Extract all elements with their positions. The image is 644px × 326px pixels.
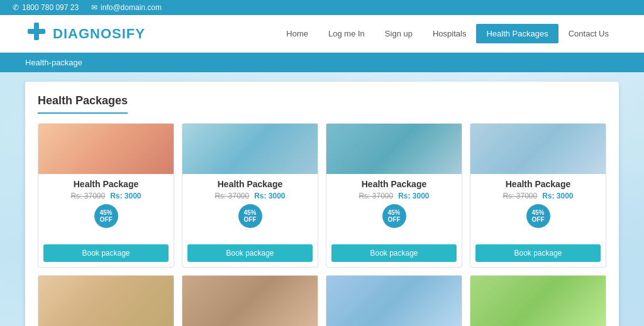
nav-hospitals[interactable]: Hospitals: [423, 24, 476, 43]
nav-home[interactable]: Home: [276, 24, 318, 43]
top-bar: ✆ 1800 780 097 23 ✉ info@domain.com: [0, 0, 644, 15]
email-info: ✉ info@domain.com: [91, 3, 162, 12]
content-card: Health Packages Health Package Rs: 37000…: [25, 82, 619, 326]
book-package-button[interactable]: Book package: [43, 244, 169, 262]
discount-percent: 45%: [243, 209, 256, 216]
logo-text: DIAGNOSIFY: [53, 26, 145, 42]
package-card: Health Package Rs: 37000 Rs: 3000 45% OF…: [182, 123, 318, 268]
email-address: info@domain.com: [101, 3, 162, 12]
nav-signup[interactable]: Sign up: [375, 24, 423, 43]
header: DIAGNOSIFY Home Log me In Sign up Hospit…: [0, 15, 644, 53]
discount-off: OFF: [388, 216, 401, 223]
package-name: Health Package: [470, 179, 606, 189]
package-name: Health Package: [182, 179, 318, 189]
discount-container: 45% OFF: [182, 204, 318, 218]
package-card: Health Package Rs: 37000 Rs: 3000 45% OF…: [182, 275, 318, 326]
phone-number: 1800 780 097 23: [22, 3, 79, 12]
price-original: Rs: 37000: [70, 192, 105, 200]
phone-icon: ✆: [13, 3, 19, 12]
main-wrapper: Health Packages Health Package Rs: 37000…: [0, 72, 644, 326]
discount-off: OFF: [532, 216, 545, 223]
book-package-button[interactable]: Book package: [331, 244, 457, 262]
package-card: Health Package Rs: 37000 Rs: 3000 45% OF…: [326, 275, 462, 326]
package-image: [470, 276, 606, 326]
package-image: [182, 124, 318, 174]
discount-badge: 45% OFF: [382, 204, 406, 228]
price-discounted: Rs: 3000: [110, 192, 141, 200]
discount-badge: 45% OFF: [94, 204, 118, 228]
price-original: Rs: 37000: [502, 192, 537, 200]
price-discounted: Rs: 3000: [398, 192, 429, 200]
discount-container: 45% OFF: [470, 204, 606, 218]
book-package-button[interactable]: Book package: [187, 244, 313, 262]
package-image: [326, 276, 462, 326]
package-image: [182, 276, 318, 326]
package-pricing: Rs: 37000 Rs: 3000: [470, 192, 606, 200]
svg-rect-1: [28, 29, 45, 34]
main-nav: Home Log me In Sign up Hospitals Health …: [276, 24, 619, 43]
nav-login[interactable]: Log me In: [318, 24, 375, 43]
price-discounted: Rs: 3000: [542, 192, 573, 200]
discount-container: 45% OFF: [38, 204, 174, 218]
section-title: Health Packages: [38, 94, 128, 114]
package-pricing: Rs: 37000 Rs: 3000: [182, 192, 318, 200]
nav-contact[interactable]: Contact Us: [558, 24, 619, 43]
discount-off: OFF: [244, 216, 257, 223]
package-name: Health Package: [326, 179, 462, 189]
package-card: Health Package Rs: 37000 Rs: 3000 45% OF…: [470, 275, 606, 326]
discount-container: 45% OFF: [326, 204, 462, 218]
discount-percent: 45%: [99, 209, 112, 216]
package-card: Health Package Rs: 37000 Rs: 3000 45% OF…: [470, 123, 606, 268]
package-image: [326, 124, 462, 174]
discount-badge: 45% OFF: [526, 204, 550, 228]
package-image: [38, 124, 174, 174]
package-image: [470, 124, 606, 174]
breadcrumb-text: Health-package: [25, 58, 82, 67]
package-name: Health Package: [38, 179, 174, 189]
book-package-button[interactable]: Book package: [475, 244, 601, 262]
package-card: Health Package Rs: 37000 Rs: 3000 45% OF…: [38, 275, 174, 326]
package-card: Health Package Rs: 37000 Rs: 3000 45% OF…: [326, 123, 462, 268]
phone-info: ✆ 1800 780 097 23: [13, 3, 79, 12]
discount-percent: 45%: [531, 209, 544, 216]
price-original: Rs: 37000: [214, 192, 249, 200]
discount-percent: 45%: [387, 209, 400, 216]
nav-health-packages[interactable]: Health Packages: [476, 24, 558, 43]
package-pricing: Rs: 37000 Rs: 3000: [326, 192, 462, 200]
package-card: Health Package Rs: 37000 Rs: 3000 45% OF…: [38, 123, 174, 268]
logo: DIAGNOSIFY: [25, 20, 145, 47]
discount-badge: 45% OFF: [238, 204, 262, 228]
packages-grid: Health Package Rs: 37000 Rs: 3000 45% OF…: [38, 123, 606, 326]
package-pricing: Rs: 37000 Rs: 3000: [38, 192, 174, 200]
logo-icon: [25, 20, 48, 47]
breadcrumb-bar: Health-package: [0, 53, 644, 72]
email-icon: ✉: [91, 3, 97, 12]
discount-off: OFF: [100, 216, 113, 223]
price-discounted: Rs: 3000: [254, 192, 285, 200]
price-original: Rs: 37000: [358, 192, 393, 200]
package-image: [38, 276, 174, 326]
